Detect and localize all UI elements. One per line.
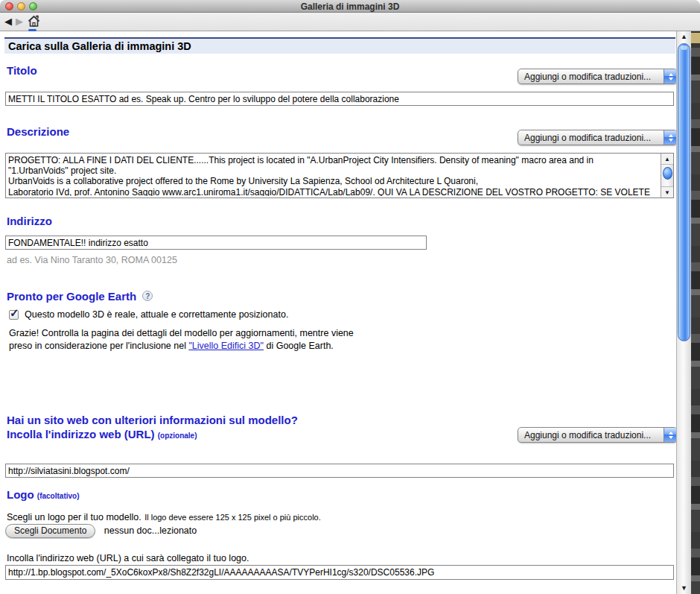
desktop-background-sliver: [691, 31, 700, 594]
stepper-icon: [664, 69, 677, 83]
website-heading-line1: Hai un sito web con ulteriori informazio…: [7, 413, 298, 427]
livello-edifici-3d-link[interactable]: "Livello Edifici 3D": [188, 341, 264, 351]
translations-dropdown-title[interactable]: Aggiungi o modifica traduzioni...: [518, 69, 678, 84]
info-text-after: di Google Earth.: [264, 341, 334, 351]
translations-dropdown-description[interactable]: Aggiungi o modifica traduzioni...: [518, 130, 678, 145]
section-heading-google-earth: Pronto per Google Earth?: [7, 290, 153, 303]
textarea-scroll-thumb[interactable]: [663, 167, 672, 180]
website-url-input[interactable]: [5, 464, 674, 478]
description-text: PROGETTO: ALLA FINE I DATI DEL CLIENTE..…: [8, 155, 658, 196]
address-input[interactable]: [5, 236, 427, 250]
textarea-scrollbar[interactable]: ▲ ▼: [661, 154, 673, 198]
section-heading-logo: Logo (facoltativo): [7, 488, 80, 501]
window-title: Galleria di immagini 3D: [0, 1, 700, 13]
dropdown-label: Aggiungi o modifica traduzioni...: [518, 133, 664, 143]
optional-label: (opzionale): [158, 432, 197, 440]
checkbox-checked[interactable]: ✓: [9, 310, 19, 320]
file-picker-row: Scegli Documento nessun doc...lezionato: [5, 523, 197, 538]
dropdown-label: Aggiungi o modifica traduzioni...: [518, 72, 664, 82]
logo-size-note: Il logo deve essere 125 x 125 pixel o pi…: [144, 513, 321, 522]
choose-file-button[interactable]: Scegli Documento: [5, 524, 95, 538]
stepper-icon: [664, 428, 677, 442]
real-world-checkbox-row: ✓ Questo modello 3D è reale, attuale e c…: [9, 309, 288, 320]
window-titlebar[interactable]: Galleria di immagini 3D: [0, 0, 700, 13]
scrollbar-down-icon[interactable]: ▼: [677, 584, 691, 592]
logo-url-input[interactable]: [5, 565, 674, 580]
logo-url-label: Incolla l'indirizzo web (URL) a cui sarà…: [7, 553, 249, 563]
web-page: Carica sulla Galleria di immagini 3D Tit…: [0, 31, 691, 594]
section-heading-indirizzo: Indirizzo: [7, 215, 52, 227]
browser-toolbar: ◀ ▶: [0, 13, 700, 31]
back-icon[interactable]: ◀: [4, 15, 12, 28]
check-icon: ✓: [10, 306, 19, 320]
no-file-selected-text: nessun doc...lezionato: [104, 525, 197, 536]
logo-heading-text: Logo: [7, 488, 37, 501]
page-scroll-thumb[interactable]: [678, 43, 690, 341]
website-heading-line2: Incolla l'indirizzo web (URL) (opzionale…: [7, 427, 298, 443]
dropdown-label: Aggiungi o modifica traduzioni...: [518, 430, 664, 440]
title-input[interactable]: [5, 92, 674, 106]
forward-icon[interactable]: ▶: [16, 15, 23, 28]
description-textarea[interactable]: PROGETTO: ALLA FINE I DATI DEL CLIENTE..…: [5, 153, 674, 198]
stepper-icon: [664, 130, 677, 145]
checkbox-label: Questo modello 3D è reale, attuale e cor…: [25, 309, 288, 320]
choose-logo-text: Scegli un logo per il tuo modello.: [7, 512, 141, 522]
scroll-up-icon[interactable]: ▲: [661, 154, 673, 165]
help-icon[interactable]: ?: [142, 291, 153, 301]
logo-choose-row: Scegli un logo per il tuo modello. Il lo…: [7, 510, 321, 523]
google-earth-info: Grazie! Controlla la pagina dei dettagli…: [9, 327, 362, 352]
section-heading-website: Hai un sito web con ulteriori informazio…: [7, 413, 298, 443]
section-heading-titolo: Titolo: [7, 64, 37, 77]
scroll-down-icon[interactable]: ▼: [661, 186, 673, 198]
scrollbar-up-icon[interactable]: ▲: [677, 33, 691, 40]
facoltativo-label: (facoltativo): [37, 492, 80, 500]
page-title: Carica sulla Galleria di immagini 3D: [4, 37, 675, 54]
website-heading-line2-text: Incolla l'indirizzo web (URL): [7, 428, 158, 440]
google-earth-heading-text: Pronto per Google Earth: [7, 290, 136, 303]
translations-dropdown-website[interactable]: Aggiungi o modifica traduzioni...: [518, 427, 678, 443]
page-scrollbar[interactable]: ▲ ▼: [676, 31, 691, 594]
section-heading-descrizione: Descrizione: [7, 125, 69, 138]
desktop-background-detail: [691, 33, 700, 43]
address-hint: ad es. Via Nino Taranto 30, ROMA 00125: [7, 255, 177, 265]
